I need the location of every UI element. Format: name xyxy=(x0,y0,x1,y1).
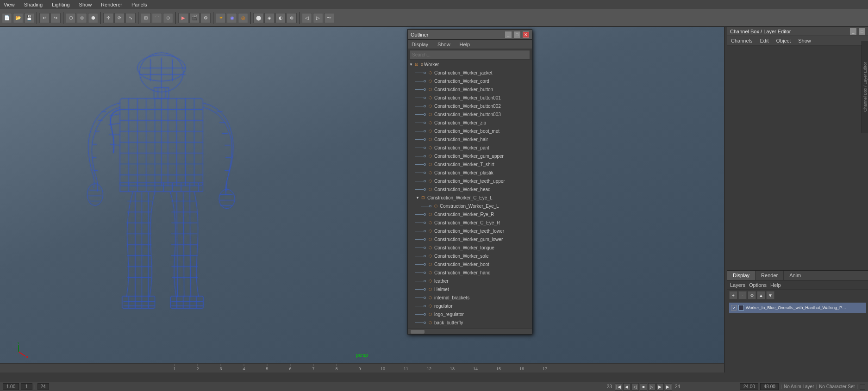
tree-item-pant[interactable]: ——o ⬡ Construction_Worker_pant xyxy=(408,143,532,152)
statusbar-frame-end[interactable]: 24 xyxy=(37,383,49,390)
tree-item-teeth-lower[interactable]: ——o ⬡ Construction_Worker_teeth_lower xyxy=(408,227,532,235)
layer-delete-btn[interactable]: - xyxy=(738,291,747,299)
tree-item-button002[interactable]: ——o ⬡ Construction_Worker_button002 xyxy=(408,102,532,110)
outliner-menu-show[interactable]: Show xyxy=(436,41,452,48)
tree-item-worker[interactable]: ▼ ⊡ 0 Worker xyxy=(408,60,532,68)
toolbar-select[interactable]: ⬡ xyxy=(66,13,76,23)
toolbar-move[interactable]: ✛ xyxy=(103,13,113,23)
tree-item-c-eye-r[interactable]: ——o ⬡ Construction_Worker_C_Eye_R xyxy=(408,218,532,227)
menu-renderer[interactable]: Renderer xyxy=(99,1,124,8)
tab-anim[interactable]: Anim xyxy=(784,271,806,280)
toolbar-open[interactable]: 📂 xyxy=(13,13,23,23)
timeline-ruler[interactable]: 1 2 3 4 5 6 7 8 9 10 11 12 13 14 15 16 1 xyxy=(0,363,724,372)
tree-item-tongue[interactable]: ——o ⬡ Construction_Worker_tongue xyxy=(408,243,532,252)
tree-item-eye-l[interactable]: ——o ⬡ Construction_Worker_Eye_L xyxy=(408,202,532,210)
toolbar-save[interactable]: 💾 xyxy=(24,13,34,23)
viewport[interactable]: persp X Y 1 2 3 4 5 6 xyxy=(0,27,724,372)
toolbar-light3[interactable]: ◎ xyxy=(238,13,248,23)
toolbar-ipr[interactable]: 🎬 xyxy=(189,13,200,23)
toolbar-new[interactable]: 📄 xyxy=(2,13,12,23)
cb-menu-edit[interactable]: Edit xyxy=(758,37,770,44)
outliner-menu-display[interactable]: Display xyxy=(410,41,430,48)
tree-item-head[interactable]: ——o ⬡ Construction_Worker_head xyxy=(408,185,532,193)
tree-item-c-eye-l[interactable]: ▼ ⊡ Construction_Worker_C_Eye_L xyxy=(408,193,532,202)
tree-item-gum-lower[interactable]: ——o ⬡ Construction_Worker_gum_lower xyxy=(408,235,532,243)
tree-item-plastik[interactable]: ——o ⬡ Construction_Worker_plastik xyxy=(408,168,532,177)
layers-menu-help[interactable]: Help xyxy=(770,282,781,288)
tree-item-cord[interactable]: ——o ⬡ Construction_Worker_cord xyxy=(408,77,532,85)
outliner-search-input[interactable] xyxy=(410,50,530,59)
cb-menu-object[interactable]: Object xyxy=(774,37,793,44)
toolbar-extra2[interactable]: ◈ xyxy=(264,13,275,23)
tree-item-button003[interactable]: ——o ⬡ Construction_Worker_button003 xyxy=(408,110,532,118)
toolbar-arrow1[interactable]: ◁ xyxy=(302,13,312,23)
toolbar-settings[interactable]: ⚙ xyxy=(200,13,211,23)
tree-item-teeth-upper[interactable]: ——o ⬡ Construction_Worker_teeth_upper xyxy=(408,177,532,185)
layer-new-btn[interactable]: + xyxy=(729,291,737,299)
layer-options-btn[interactable]: ⚙ xyxy=(748,291,756,299)
tree-item-back-butterfly[interactable]: ——o ⬡ back_butterfly xyxy=(408,318,532,327)
toolbar-extra3[interactable]: ◐ xyxy=(275,13,286,23)
rp-minimize-btn[interactable]: _ xyxy=(850,28,856,35)
menu-panels[interactable]: Panels xyxy=(130,1,149,8)
toolbar-curve[interactable]: 〜 xyxy=(324,13,334,23)
rp-maximize-btn[interactable]: □ xyxy=(859,28,865,35)
toolbar-snap-grid[interactable]: ⊞ xyxy=(141,13,151,23)
tree-item-boot-met[interactable]: ——o ⬡ Construction_Worker_boot_met xyxy=(408,127,532,135)
toolbar-snap-point[interactable]: ⊙ xyxy=(163,13,173,23)
tree-item-button001[interactable]: ——o ⬡ Construction_Worker_button001 xyxy=(408,93,532,102)
tree-item-gum-upper[interactable]: ——o ⬡ Construction_Worker_gum_upper xyxy=(408,152,532,160)
tree-item-hand[interactable]: ——o ⬡ Construction_Worker_hand xyxy=(408,268,532,277)
tree-item-regulator[interactable]: ——o ⬡ regulator xyxy=(408,302,532,310)
anim-play-btn[interactable]: ▷ xyxy=(648,383,656,391)
tree-item-internal-brackets[interactable]: ——o ⬡ internal_brackets xyxy=(408,293,532,302)
tree-item-helmet[interactable]: ——o ⬡ Helmet xyxy=(408,285,532,293)
layers-menu-options[interactable]: Options xyxy=(749,282,767,288)
tree-item-zip[interactable]: ——o ⬡ Construction_Worker_zip xyxy=(408,118,532,127)
collapse-worker[interactable]: ▼ xyxy=(409,62,413,67)
outliner-titlebar[interactable]: Outliner _ □ ✕ xyxy=(408,30,532,40)
toolbar-scale[interactable]: ⤡ xyxy=(125,13,136,23)
anim-stop-btn[interactable]: ■ xyxy=(640,383,647,391)
layer-move-down-btn[interactable]: ▼ xyxy=(766,291,774,299)
layer-move-up-btn[interactable]: ▲ xyxy=(757,291,765,299)
outliner-menu-help[interactable]: Help xyxy=(458,41,472,48)
tree-item-hair[interactable]: ——o ⬡ Construction_Worker_hair xyxy=(408,135,532,143)
outliner-close-btn[interactable]: ✕ xyxy=(523,31,529,38)
tab-display[interactable]: Display xyxy=(727,271,756,280)
statusbar-current-frame[interactable]: 1 xyxy=(21,383,32,390)
toolbar-extra4[interactable]: ⊚ xyxy=(287,13,297,23)
menu-show[interactable]: Show xyxy=(77,1,94,8)
tree-item-button[interactable]: ——o ⬡ Construction_Worker_button xyxy=(408,85,532,93)
anim-step-back-btn[interactable]: ◀ xyxy=(623,383,631,391)
menu-lighting[interactable]: Lighting xyxy=(50,1,72,8)
tree-item-boot[interactable]: ——o ⬡ Construction_Worker_boot xyxy=(408,260,532,268)
menu-shading[interactable]: Shading xyxy=(22,1,44,8)
anim-goto-end-btn[interactable]: ▶| xyxy=(665,383,672,391)
tree-item-leather[interactable]: ——o ⬡ leather xyxy=(408,277,532,285)
outliner-hscroll-thumb[interactable] xyxy=(411,330,425,334)
cb-menu-show[interactable]: Show xyxy=(796,37,813,44)
tree-item-jacket[interactable]: ——o ⬡ Construction_Worker_jacket xyxy=(408,68,532,77)
toolbar-paint[interactable]: ⬢ xyxy=(88,13,98,23)
outliner-minimize-btn[interactable]: _ xyxy=(505,31,512,38)
tree-item-sole[interactable]: ——o ⬡ Construction_Worker_sole xyxy=(408,252,532,260)
toolbar-arrow2[interactable]: ▷ xyxy=(313,13,323,23)
toolbar-rotate[interactable]: ⟳ xyxy=(114,13,125,23)
anim-goto-start-btn[interactable]: |◀ xyxy=(615,383,622,391)
toolbar-undo[interactable]: ↩ xyxy=(39,13,50,23)
layer-visibility-toggle[interactable]: V xyxy=(731,305,737,310)
anim-step-fwd-btn[interactable]: ▶ xyxy=(656,383,664,391)
toolbar-light1[interactable]: ☀ xyxy=(216,13,226,23)
tree-item-logo-regulator[interactable]: ——o ⬡ logo_regulator xyxy=(408,310,532,318)
tree-item-eye-r[interactable]: ——o ⬡ Construction_Worker_Eye_R xyxy=(408,210,532,218)
outliner-maximize-btn[interactable]: □ xyxy=(514,31,520,38)
anim-play-back-btn[interactable]: ◁ xyxy=(631,383,639,391)
toolbar-render[interactable]: ▶ xyxy=(178,13,188,23)
cb-menu-channels[interactable]: Channels xyxy=(729,37,754,44)
layer-row[interactable]: V Worker_In_Blue_Overalls_with_Hardhat_W… xyxy=(729,303,866,313)
tab-render[interactable]: Render xyxy=(756,271,784,280)
toolbar-extra1[interactable]: ⬤ xyxy=(253,13,263,23)
toolbar-redo[interactable]: ↪ xyxy=(50,13,61,23)
outliner-tree[interactable]: ▼ ⊡ 0 Worker ——o ⬡ Construction_Worker_j… xyxy=(408,60,532,329)
